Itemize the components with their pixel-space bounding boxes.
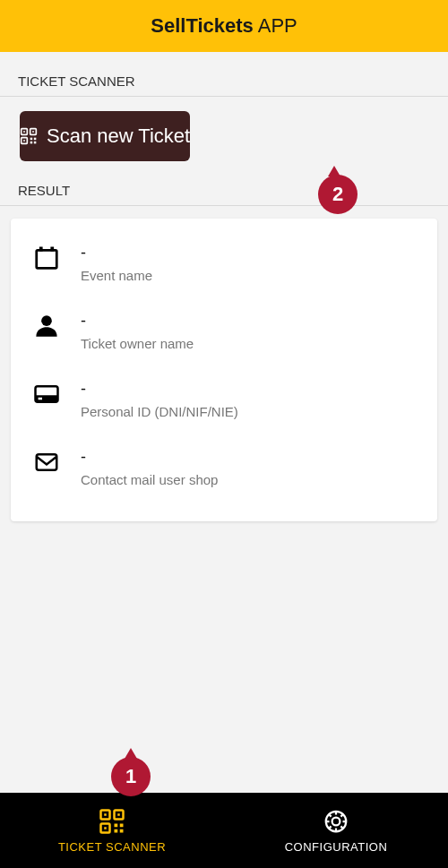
nav-config-label: CONFIGURATION (285, 840, 388, 854)
scan-button-label: Scan new Ticket (47, 125, 190, 148)
result-row-event: - Event name (16, 231, 432, 299)
result-row-owner: - Ticket owner name (16, 299, 432, 367)
svg-rect-4 (32, 131, 34, 133)
svg-point-13 (41, 315, 52, 326)
qr-icon (99, 808, 125, 835)
svg-rect-24 (115, 823, 118, 827)
person-icon (32, 312, 61, 340)
result-card: - Event name - Ticket owner name - Perso… (11, 219, 437, 521)
result-row-email: - Contact mail user shop (16, 435, 432, 503)
calendar-icon (32, 244, 61, 272)
svg-rect-10 (37, 250, 57, 268)
svg-rect-17 (37, 454, 57, 470)
svg-rect-23 (104, 827, 107, 829)
svg-rect-16 (39, 398, 42, 400)
owner-value: - (81, 312, 194, 331)
svg-rect-26 (115, 829, 118, 832)
gear-icon (323, 808, 349, 835)
svg-rect-5 (23, 140, 25, 142)
nav-configuration[interactable]: CONFIGURATION (224, 793, 448, 868)
svg-rect-22 (117, 813, 120, 816)
app-header: SellTickets APP (0, 0, 448, 52)
app-title-light: APP (254, 14, 297, 37)
svg-rect-21 (104, 813, 107, 816)
id-value: - (81, 380, 238, 399)
email-value: - (81, 448, 218, 467)
callout-badge-2: 2 (318, 175, 358, 214)
nav-ticket-scanner[interactable]: TICKET SCANNER (0, 793, 224, 868)
mail-icon (32, 448, 61, 477)
app-title-bold: SellTickets (151, 14, 254, 37)
section-label-scanner: TICKET SCANNER (0, 52, 448, 97)
event-value: - (81, 244, 152, 262)
svg-rect-6 (30, 138, 33, 141)
svg-rect-3 (23, 131, 25, 133)
svg-rect-9 (34, 142, 37, 144)
email-label: Contact mail user shop (81, 472, 218, 487)
callout-badge-1: 1 (111, 757, 151, 796)
app-title: SellTickets APP (151, 14, 297, 38)
result-row-id: - Personal ID (DNI/NIF/NIE) (16, 367, 432, 435)
svg-rect-25 (120, 823, 124, 827)
svg-point-29 (332, 817, 340, 825)
owner-label: Ticket owner name (81, 336, 194, 351)
svg-rect-7 (34, 138, 37, 141)
svg-rect-27 (120, 829, 124, 832)
event-label: Event name (81, 268, 152, 283)
section-label-result: RESULT (0, 161, 448, 206)
id-label: Personal ID (DNI/NIF/NIE) (81, 404, 238, 419)
nav-scanner-label: TICKET SCANNER (58, 840, 166, 854)
id-card-icon (32, 380, 61, 408)
svg-rect-8 (30, 142, 33, 144)
scan-new-ticket-button[interactable]: Scan new Ticket (20, 111, 190, 161)
bottom-nav: TICKET SCANNER CONFIGURATION (0, 793, 448, 868)
qr-icon (20, 127, 38, 145)
